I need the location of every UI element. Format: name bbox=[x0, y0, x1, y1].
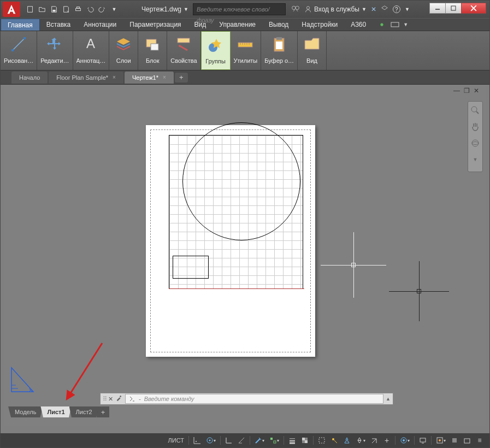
tab-manage[interactable]: Управление bbox=[212, 19, 262, 31]
status-customize-icon[interactable]: ≡ bbox=[474, 435, 485, 446]
nav-expand-icon[interactable]: ▼ bbox=[470, 154, 481, 165]
status-isolate-icon[interactable] bbox=[449, 435, 460, 446]
svg-point-56 bbox=[439, 439, 441, 441]
cmd-settings-icon[interactable] bbox=[115, 394, 123, 404]
infocenter-icon[interactable] bbox=[291, 5, 300, 14]
qat-save-icon[interactable] bbox=[49, 4, 60, 15]
panel-groups-label: Группы bbox=[205, 58, 226, 64]
svg-rect-17 bbox=[178, 38, 190, 43]
maximize-button[interactable] bbox=[445, 3, 462, 14]
status-gizmo-icon[interactable] bbox=[329, 435, 340, 446]
panel-properties[interactable]: Свойства bbox=[167, 31, 200, 70]
close-icon[interactable]: × bbox=[163, 74, 166, 80]
tab-a360[interactable]: A360 bbox=[344, 19, 373, 31]
status-selection-icon[interactable] bbox=[316, 435, 327, 446]
app-icon[interactable] bbox=[381, 5, 388, 14]
qat-saveas-icon[interactable] bbox=[61, 4, 72, 15]
status-units-icon[interactable]: ▾ bbox=[434, 435, 447, 446]
panel-modify[interactable]: Редакти… bbox=[37, 31, 73, 70]
panel-groups[interactable]: Группы bbox=[201, 31, 231, 70]
status-clean-icon[interactable] bbox=[462, 435, 473, 446]
status-polar-icon[interactable] bbox=[236, 435, 247, 446]
qat-new-icon[interactable] bbox=[25, 4, 36, 15]
svg-point-6 bbox=[306, 7, 309, 9]
sign-in-button[interactable]: Вход в службы▼ bbox=[304, 5, 367, 13]
tab-parametric[interactable]: Параметризация bbox=[123, 19, 187, 31]
cmd-close-icon[interactable]: ✕ bbox=[108, 396, 113, 403]
status-workspace-icon[interactable]: ▾ bbox=[398, 435, 411, 446]
status-snap-icon[interactable]: ▾ bbox=[204, 435, 217, 446]
tab-insert[interactable]: Вставка bbox=[40, 19, 78, 31]
close-icon[interactable]: × bbox=[113, 74, 116, 80]
line-icon bbox=[8, 33, 29, 55]
svg-line-11 bbox=[13, 38, 25, 50]
status-scale-icon[interactable]: ▾ bbox=[354, 435, 367, 446]
status-ortho-icon[interactable] bbox=[223, 435, 234, 446]
ribbon-collapse-icon[interactable] bbox=[390, 20, 400, 29]
close-button[interactable] bbox=[461, 3, 486, 14]
layout-tab-model[interactable]: Модель bbox=[8, 406, 43, 417]
vp-minimize-icon[interactable]: — bbox=[452, 87, 461, 95]
layout-tab-add[interactable]: + bbox=[97, 406, 110, 417]
pan-icon[interactable] bbox=[470, 121, 481, 132]
panel-view[interactable]: Вид bbox=[298, 31, 327, 70]
app-logo[interactable] bbox=[3, 2, 20, 17]
panel-clipboard[interactable]: Буфер о… bbox=[261, 31, 298, 70]
tab-addins[interactable]: Надстройки bbox=[295, 19, 344, 31]
featured-apps-icon[interactable] bbox=[377, 20, 387, 29]
layout-paper bbox=[146, 125, 315, 357]
tab-output[interactable]: Вывод bbox=[262, 19, 295, 31]
doctab-floorplan[interactable]: Floor Plan Sample*× bbox=[49, 72, 123, 84]
tab-home[interactable]: Главная bbox=[1, 19, 40, 31]
svg-rect-40 bbox=[270, 438, 273, 440]
status-lineweight-icon[interactable] bbox=[287, 435, 298, 446]
qat-redo-icon[interactable] bbox=[97, 4, 108, 15]
command-line[interactable]: ⠿ ✕ - Введите команду ▲ bbox=[100, 393, 393, 405]
minimize-button[interactable] bbox=[429, 3, 446, 14]
panel-layers[interactable]: Слои bbox=[109, 31, 138, 70]
qat-open-icon[interactable] bbox=[37, 4, 48, 15]
help-icon[interactable]: ? bbox=[393, 5, 400, 13]
qat-undo-icon[interactable] bbox=[85, 4, 96, 15]
model-viewport[interactable] bbox=[169, 135, 303, 289]
panel-annotation[interactable]: A Аннотац… bbox=[73, 31, 110, 70]
group-icon bbox=[205, 34, 227, 56]
properties-icon bbox=[173, 33, 194, 55]
command-input[interactable]: - Введите команду bbox=[125, 394, 383, 404]
tab-view[interactable]: Вид bbox=[188, 19, 213, 31]
status-grid-icon[interactable] bbox=[192, 435, 203, 446]
layout-tab-sheet2[interactable]: Лист2 bbox=[69, 406, 99, 417]
status-transparency-icon[interactable] bbox=[299, 435, 310, 446]
vp-maximize-icon[interactable]: ❐ bbox=[462, 87, 471, 95]
svg-rect-16 bbox=[151, 44, 158, 50]
qat-dropdown-icon[interactable]: ▼ bbox=[109, 4, 120, 15]
doctab-add[interactable]: + bbox=[175, 73, 188, 82]
status-isoplane-icon[interactable]: ▾ bbox=[253, 435, 266, 446]
vp-close-icon[interactable]: ✕ bbox=[472, 87, 481, 95]
status-mode[interactable]: ЛИСТ bbox=[167, 435, 186, 446]
cmd-history-icon[interactable]: ▲ bbox=[386, 396, 391, 402]
tab-annotate[interactable]: Аннотации bbox=[77, 19, 123, 31]
zoom-icon[interactable] bbox=[470, 105, 481, 116]
doctab-start[interactable]: Начало bbox=[11, 72, 48, 84]
exchange-icon[interactable]: ✕ bbox=[371, 5, 376, 13]
panel-draw[interactable]: Рисован… bbox=[1, 31, 37, 70]
panel-block[interactable]: Блок bbox=[138, 31, 167, 70]
search-input[interactable]: Введите ключевое слово/фразу bbox=[193, 3, 286, 15]
orbit-icon[interactable] bbox=[470, 138, 481, 149]
status-annovis-icon[interactable] bbox=[369, 435, 380, 446]
status-plus-icon[interactable]: + bbox=[381, 435, 392, 446]
doctab-drawing1[interactable]: Чертеж1*× bbox=[125, 72, 174, 84]
svg-rect-8 bbox=[451, 6, 456, 10]
status-annoscale-icon[interactable] bbox=[341, 435, 352, 446]
qat-print-icon[interactable] bbox=[73, 4, 84, 15]
quick-access-toolbar: ▼ bbox=[25, 4, 120, 15]
status-monitor-icon[interactable] bbox=[417, 435, 428, 446]
document-title: Чертеж1.dwg▼ bbox=[141, 5, 188, 13]
grip-icon[interactable]: ⠿ bbox=[103, 396, 106, 403]
panel-utilities[interactable]: Утилиты bbox=[231, 31, 262, 70]
drawing-canvas[interactable]: — ❐ ✕ ▼ ⠿ ✕ - Введите кома bbox=[4, 85, 486, 426]
status-osnap-icon[interactable]: ▾ bbox=[268, 435, 281, 446]
text-icon: A bbox=[80, 33, 102, 55]
layout-tab-sheet1[interactable]: Лист1 bbox=[40, 406, 71, 417]
